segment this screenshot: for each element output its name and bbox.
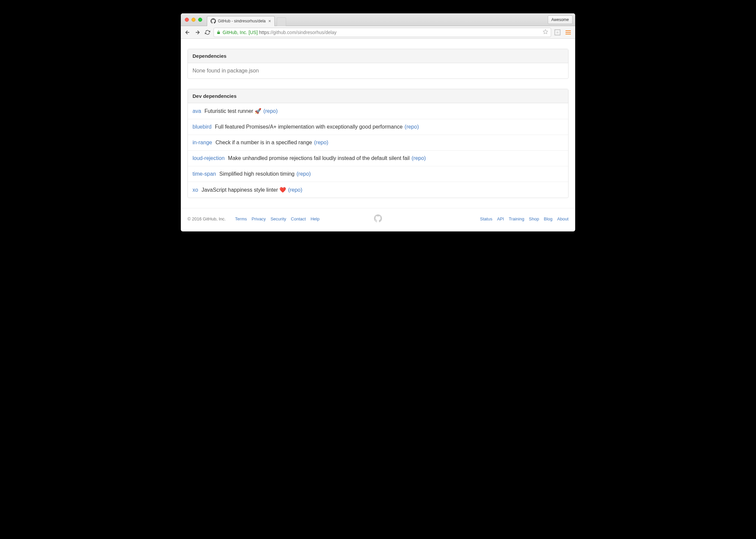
bookmark-star-icon[interactable] xyxy=(543,29,548,35)
npm-extension-icon[interactable]: n xyxy=(553,28,562,37)
ev-certificate-label: GitHub, Inc. [US] xyxy=(223,30,258,35)
new-tab-button[interactable] xyxy=(277,17,286,26)
dependencies-header: Dependencies xyxy=(188,49,568,63)
hamburger-icon xyxy=(565,30,571,34)
reload-button[interactable] xyxy=(204,28,212,36)
footer-link[interactable]: Security xyxy=(270,216,286,221)
dep-repo-link[interactable]: (repo) xyxy=(296,171,311,177)
url-host: ://github.com xyxy=(269,30,296,35)
dep-repo-link[interactable]: (repo) xyxy=(314,140,329,146)
dep-repo-link[interactable]: (repo) xyxy=(288,187,302,193)
tab-title: GitHub - sindresorhus/dela xyxy=(218,19,266,23)
maximize-window-button[interactable] xyxy=(198,18,202,22)
traffic-lights xyxy=(185,18,202,22)
awesome-extension-button[interactable]: Awesome xyxy=(548,15,573,24)
footer-link[interactable]: Privacy xyxy=(252,216,266,221)
dep-row: loud-rejectionMake unhandled promise rej… xyxy=(188,150,568,166)
dep-row: in-rangeCheck if a number is in a specif… xyxy=(188,135,568,150)
svg-rect-0 xyxy=(217,32,220,34)
footer-link[interactable]: Status xyxy=(480,216,492,221)
lock-icon xyxy=(217,30,221,35)
footer-link[interactable]: About xyxy=(557,216,569,221)
browser-tab[interactable]: GitHub - sindresorhus/dela × xyxy=(207,16,275,26)
forward-button[interactable] xyxy=(194,28,202,36)
footer-link[interactable]: Training xyxy=(509,216,524,221)
dependencies-panel: Dependencies None found in package.json xyxy=(187,49,569,79)
footer-link[interactable]: Terms xyxy=(235,216,247,221)
browser-window: GitHub - sindresorhus/dela × Awesome Git… xyxy=(181,13,575,231)
dep-description: Futuristic test runner 🚀 xyxy=(205,108,261,114)
dep-row: bluebirdFull featured Promises/A+ implem… xyxy=(188,119,568,135)
dep-repo-link[interactable]: (repo) xyxy=(412,155,426,161)
dep-description: Check if a number is in a specified rang… xyxy=(216,140,312,146)
dep-name-link[interactable]: in-range xyxy=(193,140,212,146)
dep-name-link[interactable]: xo xyxy=(193,187,198,193)
dep-description: JavaScript happiness style linter ❤️ xyxy=(202,187,286,193)
minimize-window-button[interactable] xyxy=(192,18,196,22)
footer-copyright: © 2016 GitHub, Inc. xyxy=(187,216,226,221)
close-tab-icon[interactable]: × xyxy=(268,19,271,23)
dep-name-link[interactable]: ava xyxy=(193,108,201,114)
dep-description: Full featured Promises/A+ implementation… xyxy=(215,124,403,130)
footer-link[interactable]: Help xyxy=(310,216,320,221)
github-favicon-icon xyxy=(211,18,216,24)
dep-description: Make unhandled promise rejections fail l… xyxy=(228,155,409,161)
dep-name-link[interactable]: bluebird xyxy=(193,124,212,130)
address-bar[interactable]: GitHub, Inc. [US] https ://github.com /s… xyxy=(214,28,551,37)
dev-dependencies-header: Dev dependencies xyxy=(188,89,568,103)
svg-marker-1 xyxy=(543,29,547,34)
page-footer: © 2016 GitHub, Inc. TermsPrivacySecurity… xyxy=(181,208,575,231)
footer-link[interactable]: Blog xyxy=(544,216,552,221)
footer-link[interactable]: Shop xyxy=(529,216,539,221)
github-logo-icon[interactable] xyxy=(374,214,382,223)
browser-toolbar: GitHub, Inc. [US] https ://github.com /s… xyxy=(181,26,575,39)
dep-repo-link[interactable]: (repo) xyxy=(405,124,419,130)
page-content: Dependencies None found in package.json … xyxy=(181,39,575,198)
titlebar: GitHub - sindresorhus/dela × Awesome xyxy=(181,13,575,26)
dep-row: time-spanSimplified high resolution timi… xyxy=(188,166,568,182)
url-path: /sindresorhus/delay xyxy=(296,30,337,35)
dep-description: Simplified high resolution timing xyxy=(219,171,294,177)
dep-name-link[interactable]: loud-rejection xyxy=(193,155,225,161)
menu-button[interactable] xyxy=(564,28,573,37)
dep-row: xoJavaScript happiness style linter ❤️(r… xyxy=(188,182,568,198)
dev-dependencies-panel: Dev dependencies avaFuturistic test runn… xyxy=(187,89,569,198)
close-window-button[interactable] xyxy=(185,18,189,22)
url-protocol: https xyxy=(259,30,269,35)
footer-link[interactable]: Contact xyxy=(291,216,306,221)
footer-link[interactable]: API xyxy=(497,216,504,221)
dep-row: avaFuturistic test runner 🚀(repo) xyxy=(188,103,568,119)
dep-repo-link[interactable]: (repo) xyxy=(263,108,278,114)
dep-name-link[interactable]: time-span xyxy=(193,171,216,177)
dependencies-empty-message: None found in package.json xyxy=(188,63,568,78)
back-button[interactable] xyxy=(183,28,192,36)
